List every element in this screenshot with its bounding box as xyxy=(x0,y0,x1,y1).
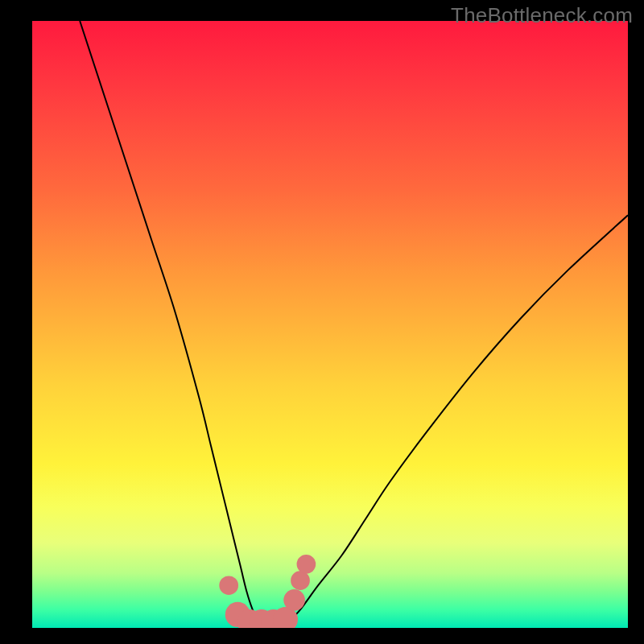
bottleneck-curve xyxy=(80,21,628,628)
curve-layer xyxy=(32,21,628,628)
data-point-marker xyxy=(297,555,316,574)
data-point-marker xyxy=(219,576,238,595)
plot-area xyxy=(32,21,628,628)
data-point-marker xyxy=(291,571,310,590)
data-point-marker xyxy=(283,589,305,611)
attribution-watermark: TheBottleneck.com xyxy=(451,3,633,28)
chart-frame: TheBottleneck.com xyxy=(0,0,644,644)
